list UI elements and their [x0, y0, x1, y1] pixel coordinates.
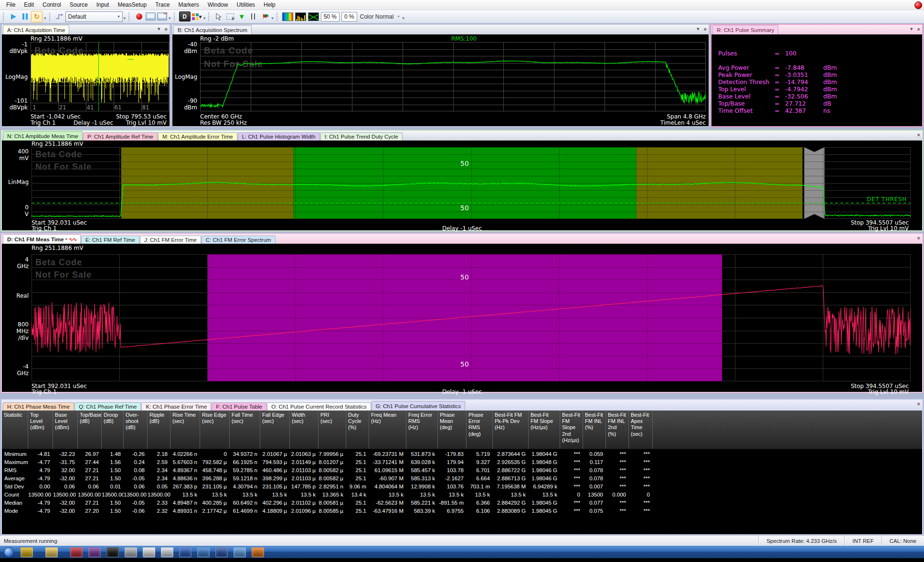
threshold-input[interactable]: 0 % [341, 12, 357, 22]
fm-plot[interactable]: Beta CodeNot For Sale 50 50 [32, 254, 911, 381]
stats-cell: 0.06 [78, 483, 102, 491]
toolbar-overflow-icon[interactable]: ▾ [124, 16, 126, 21]
play-button[interactable] [8, 11, 19, 22]
taskbar-icon[interactable] [161, 547, 173, 557]
taskbar-icon[interactable] [21, 547, 33, 557]
menu-item-window[interactable]: Window [203, 0, 233, 9]
tab-fm-0[interactable]: D: Ch1 FM Meas Time▾∿∿ [3, 234, 81, 244]
tab-amplitude-4[interactable]: I: Ch1 Pulse Trend Duty Cycle [320, 132, 403, 140]
tab-amplitude-2[interactable]: M: Ch1 Amplitude Error Time [158, 132, 237, 140]
panel-collapse-icon[interactable]: ▾ [158, 26, 160, 32]
band-marker-button[interactable] [248, 11, 258, 22]
marker-to-peak-button[interactable]: ▼ [236, 11, 247, 22]
stats-col-header: Rise Edge (sec) [200, 411, 230, 449]
y-axis-top-unit: dBm [172, 48, 197, 54]
acquisition-time-plot[interactable]: Beta CodeNot For Sale 121416181 [31, 42, 169, 111]
panel-close-icon[interactable]: × [917, 235, 920, 241]
taskbar-icon[interactable] [70, 547, 83, 557]
marker-flag-button[interactable]: ⚑⚑ [259, 11, 270, 22]
data-registers-button[interactable]: D [179, 11, 191, 22]
panel-close-icon[interactable]: × [704, 26, 707, 32]
tab-stats-3-label: F: Ch1 Pulse Table [216, 404, 262, 410]
stats-cell: 5.67603 n [170, 459, 200, 467]
record-button[interactable] [134, 11, 144, 22]
stats-row-median: Median-4.79-32.0027.211.50-0.052.334.894… [2, 499, 922, 508]
trigger-icon [55, 13, 64, 20]
toolbar-overflow-icon[interactable]: ▾ [402, 16, 404, 21]
panel-close-icon[interactable]: × [917, 401, 920, 407]
taskbar-icon[interactable] [125, 547, 137, 557]
start-button[interactable] [4, 547, 14, 557]
preset-dropdown[interactable]: Default ▾ [65, 11, 123, 22]
menu-item-input[interactable]: Input [92, 0, 114, 9]
toolbar-overflow-icon[interactable]: ▾ [44, 16, 46, 21]
taskbar-icon[interactable] [215, 547, 228, 557]
taskbar-icon[interactable] [143, 547, 155, 557]
tab-stats-5[interactable]: G: Ch1 Pulse Cumulative Statistics [372, 401, 465, 411]
tab-stats-1[interactable]: Q: Ch1 Phase Ref Time [74, 402, 141, 411]
taskbar-icon[interactable] [88, 547, 101, 557]
tab-stats-2[interactable]: K: Ch1 Phase Error Time [141, 402, 211, 411]
menu-item-source[interactable]: Source [65, 0, 92, 9]
taskbar-icon[interactable] [45, 547, 58, 557]
spectrogram-view-button[interactable] [282, 11, 294, 22]
recording-display-button[interactable] [145, 11, 156, 22]
menu-item-control[interactable]: Control [38, 0, 65, 9]
transparency-input[interactable]: 50 % [321, 12, 340, 22]
tab-acquisition-spectrum[interactable]: B: Ch1 Acquisition Spectrum [173, 25, 252, 34]
tab-stats-3[interactable]: F: Ch1 Pulse Table [212, 402, 266, 411]
tab-amplitude-1[interactable]: P: Ch1 Amplitude Ref Time [83, 132, 158, 140]
tab-dropdown-icon[interactable]: ▾ [65, 237, 67, 241]
taskbar-icon[interactable] [197, 547, 210, 557]
spectrum-view-button[interactable] [295, 11, 307, 22]
menu-item-help[interactable]: Help [259, 0, 280, 9]
tab-fm-2[interactable]: J: Ch1 FM Error Time [140, 236, 201, 244]
fm-tabstrip: D: Ch1 FM Meas Time▾∿∿E: Ch1 FM Ref Time… [2, 234, 922, 244]
tab-stats-0[interactable]: H: Ch1 Phase Meas Time [3, 402, 74, 411]
tab-acquisition-time[interactable]: A: Ch1 Acquisition Time [3, 25, 69, 34]
tab-stats-5-label: G: Ch1 Pulse Cumulative Statistics [376, 403, 461, 409]
menu-item-edit[interactable]: Edit [20, 0, 38, 9]
stats-cell: *** [629, 499, 653, 508]
toolbar-overflow-icon[interactable]: ▾ [203, 16, 206, 21]
pulse-summary-eq: = [775, 93, 782, 100]
trigger-setup-button[interactable] [54, 11, 65, 22]
toolbar-overflow-icon[interactable]: ▾ [169, 16, 171, 21]
panel-close-icon[interactable]: × [917, 26, 920, 32]
amplitude-plot[interactable]: Beta CodeNot For Sale 50 50 DET THRESH [32, 147, 911, 219]
tab-stats-4[interactable]: O: Ch1 Pulse Current Record Statistics [267, 402, 371, 411]
menu-item-meassetup[interactable]: MeasSetup [113, 0, 151, 9]
taskbar-icon[interactable] [106, 547, 119, 557]
panel-close-icon[interactable]: × [165, 26, 168, 32]
recording-discard-button[interactable]: ✂ [157, 11, 167, 22]
layout-grid-button[interactable]: ▾ [191, 11, 202, 22]
toolbar-overflow-icon[interactable]: ▾ [271, 16, 274, 21]
pointer-tool-button[interactable] [213, 11, 224, 22]
menu-item-utilities[interactable]: Utilities [232, 0, 259, 9]
tab-amplitude-0[interactable]: N: Ch1 Amplitude Meas Time [3, 131, 83, 140]
tab-fm-1[interactable]: E: Ch1 FM Ref Time [81, 236, 139, 244]
stats-cell: 0.01 [102, 483, 124, 491]
acquisition-spectrum-plot[interactable]: Beta CodeNot For Sale [200, 42, 706, 111]
stats-cell: 25.1 [346, 459, 369, 467]
pulse-number-marker: 50 [460, 204, 469, 212]
tab-amplitude-3[interactable]: L: Ch1 Pulse Histogram Width [238, 132, 320, 140]
panel-close-icon[interactable]: × [917, 132, 920, 138]
taskbar-icon[interactable] [252, 547, 264, 557]
color-mode-dropdown[interactable]: Color Normal ▾ [358, 12, 402, 22]
menu-item-markers[interactable]: Markers [174, 0, 203, 9]
panel-collapse-icon[interactable]: ▾ [910, 26, 913, 32]
taskbar-icon[interactable] [234, 547, 246, 557]
band-select-tool-button[interactable] [225, 11, 235, 22]
pause-button[interactable] [20, 11, 30, 22]
x-tick-label: 41 [86, 104, 94, 111]
window-close-orb[interactable] [914, 1, 922, 9]
restart-button[interactable]: ↻ [31, 11, 42, 22]
tab-fm-3[interactable]: C: Ch1 FM Error Spectrum [202, 236, 276, 244]
tab-pulse-summary[interactable]: R: Ch1 Pulse Summary [712, 25, 778, 34]
constellation-view-button[interactable] [308, 11, 319, 22]
taskbar-icon[interactable] [179, 547, 191, 557]
menu-item-trace[interactable]: Trace [151, 0, 174, 9]
panel-collapse-icon[interactable]: ▾ [697, 26, 700, 32]
menu-item-file[interactable]: File [2, 0, 20, 9]
